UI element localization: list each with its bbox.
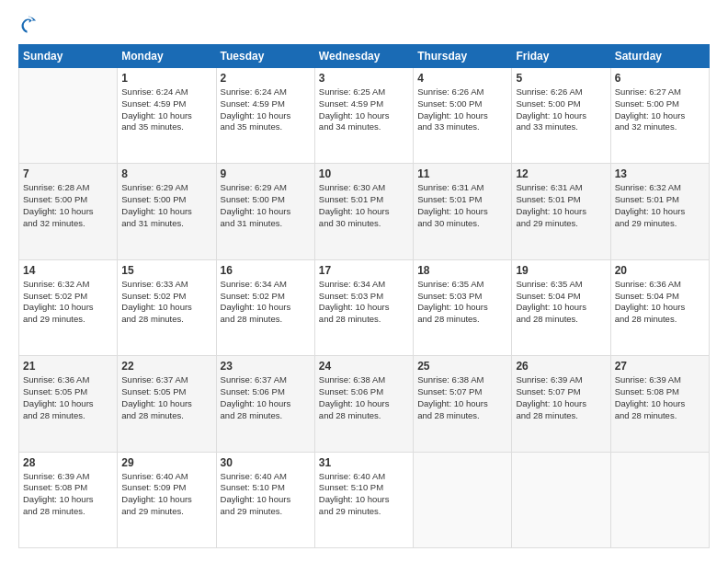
calendar-cell: 23Sunrise: 6:37 AMSunset: 5:06 PMDayligh… [216, 356, 314, 452]
page: SundayMondayTuesdayWednesdayThursdayFrid… [0, 0, 728, 563]
calendar-cell: 13Sunrise: 6:32 AMSunset: 5:01 PMDayligh… [610, 164, 709, 259]
weekday-wednesday: Wednesday [314, 45, 413, 68]
calendar-cell [19, 68, 118, 164]
week-row-5: 28Sunrise: 6:39 AMSunset: 5:08 PMDayligh… [19, 452, 710, 547]
day-number: 26 [516, 360, 606, 373]
day-info: Sunrise: 6:29 AMSunset: 5:00 PMDaylight:… [121, 182, 211, 229]
day-info: Sunrise: 6:38 AMSunset: 5:06 PMDaylight:… [319, 374, 409, 421]
weekday-saturday: Saturday [610, 45, 709, 68]
calendar-cell: 10Sunrise: 6:30 AMSunset: 5:01 PMDayligh… [314, 164, 413, 259]
calendar-cell: 16Sunrise: 6:34 AMSunset: 5:02 PMDayligh… [216, 259, 314, 355]
day-info: Sunrise: 6:39 AMSunset: 5:07 PMDaylight:… [516, 374, 606, 421]
day-info: Sunrise: 6:40 AMSunset: 5:09 PMDaylight:… [121, 471, 211, 518]
day-number: 20 [615, 264, 705, 277]
day-number: 25 [417, 360, 507, 373]
calendar-cell: 29Sunrise: 6:40 AMSunset: 5:09 PMDayligh… [118, 452, 216, 547]
calendar-cell: 2Sunrise: 6:24 AMSunset: 4:59 PMDaylight… [216, 68, 314, 164]
day-info: Sunrise: 6:31 AMSunset: 5:01 PMDaylight:… [417, 182, 507, 229]
day-number: 15 [121, 264, 211, 277]
day-number: 2 [221, 72, 311, 85]
week-row-4: 21Sunrise: 6:36 AMSunset: 5:05 PMDayligh… [19, 356, 710, 452]
calendar-cell: 30Sunrise: 6:40 AMSunset: 5:10 PMDayligh… [216, 452, 314, 547]
day-number: 10 [319, 167, 409, 180]
day-number: 17 [319, 264, 409, 277]
calendar-cell: 18Sunrise: 6:35 AMSunset: 5:03 PMDayligh… [414, 259, 512, 355]
day-number: 22 [121, 360, 211, 373]
calendar-cell: 25Sunrise: 6:38 AMSunset: 5:07 PMDayligh… [414, 356, 512, 452]
day-info: Sunrise: 6:35 AMSunset: 5:04 PMDaylight:… [516, 279, 606, 326]
day-info: Sunrise: 6:30 AMSunset: 5:01 PMDaylight:… [319, 182, 409, 229]
day-number: 23 [221, 360, 311, 373]
calendar-cell: 27Sunrise: 6:39 AMSunset: 5:08 PMDayligh… [610, 356, 709, 452]
week-row-1: 1Sunrise: 6:24 AMSunset: 4:59 PMDaylight… [19, 68, 710, 164]
weekday-header-row: SundayMondayTuesdayWednesdayThursdayFrid… [19, 45, 710, 68]
calendar-cell: 19Sunrise: 6:35 AMSunset: 5:04 PMDayligh… [512, 259, 610, 355]
day-number: 19 [516, 264, 606, 277]
day-number: 6 [615, 72, 705, 85]
day-number: 16 [221, 264, 311, 277]
week-row-2: 7Sunrise: 6:28 AMSunset: 5:00 PMDaylight… [19, 164, 710, 259]
day-info: Sunrise: 6:39 AMSunset: 5:08 PMDaylight:… [615, 374, 705, 421]
day-info: Sunrise: 6:34 AMSunset: 5:03 PMDaylight:… [319, 279, 409, 326]
day-info: Sunrise: 6:26 AMSunset: 5:00 PMDaylight:… [516, 86, 606, 133]
calendar-cell [414, 452, 512, 547]
calendar-cell: 17Sunrise: 6:34 AMSunset: 5:03 PMDayligh… [314, 259, 413, 355]
day-info: Sunrise: 6:28 AMSunset: 5:00 PMDaylight:… [23, 182, 113, 229]
calendar-cell [610, 452, 709, 547]
day-info: Sunrise: 6:26 AMSunset: 5:00 PMDaylight:… [417, 86, 507, 133]
day-number: 7 [23, 167, 113, 180]
calendar-cell: 6Sunrise: 6:27 AMSunset: 5:00 PMDaylight… [610, 68, 709, 164]
day-number: 5 [516, 72, 606, 85]
calendar-cell: 24Sunrise: 6:38 AMSunset: 5:06 PMDayligh… [314, 356, 413, 452]
calendar-cell: 3Sunrise: 6:25 AMSunset: 4:59 PMDaylight… [314, 68, 413, 164]
day-number: 1 [121, 72, 211, 85]
day-info: Sunrise: 6:32 AMSunset: 5:01 PMDaylight:… [615, 182, 705, 229]
weekday-tuesday: Tuesday [216, 45, 314, 68]
weekday-monday: Monday [118, 45, 216, 68]
day-info: Sunrise: 6:24 AMSunset: 4:59 PMDaylight:… [121, 86, 211, 133]
calendar-cell: 4Sunrise: 6:26 AMSunset: 5:00 PMDaylight… [414, 68, 512, 164]
week-row-3: 14Sunrise: 6:32 AMSunset: 5:02 PMDayligh… [19, 259, 710, 355]
day-info: Sunrise: 6:25 AMSunset: 4:59 PMDaylight:… [319, 86, 409, 133]
calendar-cell: 7Sunrise: 6:28 AMSunset: 5:00 PMDaylight… [19, 164, 118, 259]
header [18, 15, 710, 35]
calendar-cell: 1Sunrise: 6:24 AMSunset: 4:59 PMDaylight… [118, 68, 216, 164]
day-info: Sunrise: 6:34 AMSunset: 5:02 PMDaylight:… [221, 279, 311, 326]
day-number: 29 [121, 456, 211, 469]
calendar-cell: 5Sunrise: 6:26 AMSunset: 5:00 PMDaylight… [512, 68, 610, 164]
day-number: 28 [23, 456, 113, 469]
calendar-cell: 20Sunrise: 6:36 AMSunset: 5:04 PMDayligh… [610, 259, 709, 355]
day-number: 12 [516, 167, 606, 180]
day-info: Sunrise: 6:39 AMSunset: 5:08 PMDaylight:… [23, 471, 113, 518]
calendar-cell: 15Sunrise: 6:33 AMSunset: 5:02 PMDayligh… [118, 259, 216, 355]
day-info: Sunrise: 6:37 AMSunset: 5:06 PMDaylight:… [221, 374, 311, 421]
weekday-sunday: Sunday [19, 45, 118, 68]
weekday-friday: Friday [512, 45, 610, 68]
day-number: 4 [417, 72, 507, 85]
calendar-cell: 8Sunrise: 6:29 AMSunset: 5:00 PMDaylight… [118, 164, 216, 259]
day-info: Sunrise: 6:35 AMSunset: 5:03 PMDaylight:… [417, 279, 507, 326]
calendar-cell: 21Sunrise: 6:36 AMSunset: 5:05 PMDayligh… [19, 356, 118, 452]
calendar-cell: 9Sunrise: 6:29 AMSunset: 5:00 PMDaylight… [216, 164, 314, 259]
day-info: Sunrise: 6:36 AMSunset: 5:05 PMDaylight:… [23, 374, 113, 421]
day-number: 11 [417, 167, 507, 180]
weekday-thursday: Thursday [414, 45, 512, 68]
day-info: Sunrise: 6:29 AMSunset: 5:00 PMDaylight:… [221, 182, 311, 229]
day-number: 24 [319, 360, 409, 373]
day-number: 30 [221, 456, 311, 469]
day-info: Sunrise: 6:37 AMSunset: 5:05 PMDaylight:… [121, 374, 211, 421]
day-number: 18 [417, 264, 507, 277]
day-number: 8 [121, 167, 211, 180]
day-number: 21 [23, 360, 113, 373]
calendar-table: SundayMondayTuesdayWednesdayThursdayFrid… [18, 44, 710, 548]
day-info: Sunrise: 6:32 AMSunset: 5:02 PMDaylight:… [23, 279, 113, 326]
day-info: Sunrise: 6:27 AMSunset: 5:00 PMDaylight:… [615, 86, 705, 133]
day-number: 9 [221, 167, 311, 180]
day-info: Sunrise: 6:40 AMSunset: 5:10 PMDaylight:… [221, 471, 311, 518]
calendar-cell: 28Sunrise: 6:39 AMSunset: 5:08 PMDayligh… [19, 452, 118, 547]
calendar-cell: 26Sunrise: 6:39 AMSunset: 5:07 PMDayligh… [512, 356, 610, 452]
day-number: 14 [23, 264, 113, 277]
day-number: 31 [319, 456, 409, 469]
day-info: Sunrise: 6:36 AMSunset: 5:04 PMDaylight:… [615, 279, 705, 326]
calendar-cell: 12Sunrise: 6:31 AMSunset: 5:01 PMDayligh… [512, 164, 610, 259]
